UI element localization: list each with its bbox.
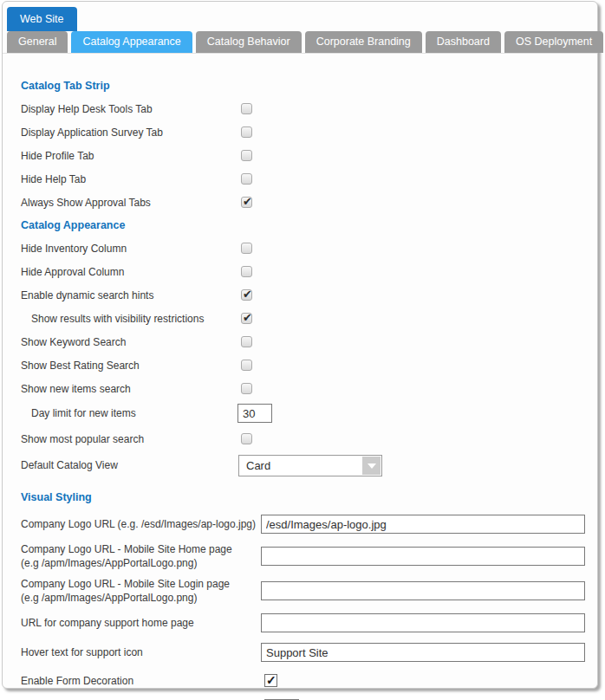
setting-row: Show Best Rating Search bbox=[3, 353, 595, 377]
setting-label: Company Logo URL - Mobile Site Home page… bbox=[21, 542, 257, 570]
setting-row: Company Logo URL (e.g. /esd/Images/ap-lo… bbox=[3, 509, 595, 539]
hide-approval-column-checkbox[interactable] bbox=[241, 266, 252, 277]
setting-row: Splitter Height Offset bbox=[3, 695, 595, 700]
tab-os-deployment[interactable]: OS Deployment bbox=[504, 31, 603, 53]
day-limit-new-items-input[interactable] bbox=[237, 404, 272, 423]
company-logo-url-input[interactable] bbox=[261, 515, 585, 534]
tab-general[interactable]: General bbox=[7, 31, 68, 53]
setting-label: Always Show Approval Tabs bbox=[21, 197, 151, 209]
setting-row: Hide Help Tab bbox=[3, 167, 595, 191]
mobile-home-logo-url-input[interactable] bbox=[261, 547, 585, 566]
setting-label: Company Logo URL (e.g. /esd/Images/ap-lo… bbox=[21, 518, 256, 530]
show-results-visibility-restrictions-checkbox[interactable] bbox=[241, 313, 252, 324]
setting-label: Company Logo URL - Mobile Site Login pag… bbox=[21, 577, 257, 605]
show-most-popular-search-checkbox[interactable] bbox=[241, 433, 252, 444]
setting-label: Day limit for new items bbox=[31, 407, 136, 419]
setting-label: Hover text for support icon bbox=[21, 646, 143, 658]
settings-content: Catalog Tab Strip Display Help Desk Tool… bbox=[3, 54, 595, 700]
display-application-survey-tab-checkbox[interactable] bbox=[241, 126, 252, 138]
setting-label: Enable dynamic search hints bbox=[21, 289, 153, 301]
hide-profile-tab-checkbox[interactable] bbox=[241, 150, 252, 161]
setting-label: Hide Help Tab bbox=[21, 173, 86, 185]
setting-row: Show new items search bbox=[3, 377, 595, 400]
section-heading-catalog-appearance: Catalog Appearance bbox=[3, 214, 595, 237]
tab-catalog-behavior[interactable]: Catalog Behavior bbox=[196, 31, 302, 53]
setting-row: Company Logo URL - Mobile Site Login pag… bbox=[3, 574, 595, 608]
tab-web-site[interactable]: Web Site bbox=[7, 7, 77, 31]
setting-label: Default Catalog View bbox=[21, 459, 118, 471]
setting-row: Enable dynamic search hints bbox=[3, 283, 595, 307]
support-hover-text-input[interactable] bbox=[261, 643, 585, 662]
setting-label: Show new items search bbox=[21, 383, 131, 395]
setting-label: Enable Form Decoration bbox=[21, 675, 133, 687]
show-best-rating-search-checkbox[interactable] bbox=[241, 360, 252, 371]
setting-label: Show Keyword Search bbox=[21, 336, 126, 348]
setting-label: URL for company support home page bbox=[21, 617, 194, 629]
setting-label: Display Help Desk Tools Tab bbox=[21, 103, 153, 115]
setting-row: Show results with visibility restriction… bbox=[3, 307, 595, 330]
show-keyword-search-checkbox[interactable] bbox=[241, 336, 252, 347]
setting-label: Show Best Rating Search bbox=[21, 360, 140, 372]
tab-strip: General Catalog Appearance Catalog Behav… bbox=[3, 31, 597, 54]
setting-label: Hide Profile Tab bbox=[21, 150, 94, 162]
tab-dashboard[interactable]: Dashboard bbox=[426, 31, 501, 53]
default-catalog-view-select[interactable]: Card bbox=[238, 455, 382, 476]
tab-catalog-appearance[interactable]: Catalog Appearance bbox=[71, 31, 192, 53]
default-catalog-view-value: Card bbox=[246, 456, 270, 476]
show-new-items-search-checkbox[interactable] bbox=[241, 383, 252, 394]
support-home-url-input[interactable] bbox=[261, 613, 585, 632]
setting-row: Always Show Approval Tabs bbox=[3, 191, 595, 214]
setting-label: Hide Inventory Column bbox=[21, 243, 127, 255]
setting-label: Show most popular search bbox=[21, 433, 144, 445]
section-heading-catalog-tab-strip: Catalog Tab Strip bbox=[3, 75, 595, 97]
section-heading-visual-styling: Visual Styling bbox=[3, 485, 595, 509]
display-help-desk-tools-tab-checkbox[interactable] bbox=[241, 103, 252, 114]
chevron-down-icon[interactable] bbox=[362, 457, 381, 475]
setting-row: Company Logo URL - Mobile Site Home page… bbox=[3, 539, 595, 574]
setting-row: Hide Inventory Column bbox=[3, 237, 595, 260]
setting-row: Display Help Desk Tools Tab bbox=[3, 97, 595, 120]
setting-row: Default Catalog View Card bbox=[3, 451, 595, 478]
tab-corporate-branding[interactable]: Corporate Branding bbox=[305, 31, 422, 53]
setting-row: Enable Form Decoration bbox=[3, 667, 595, 695]
setting-row: Hide Approval Column bbox=[3, 260, 595, 283]
setting-row: Day limit for new items bbox=[3, 400, 595, 426]
always-show-approval-tabs-checkbox[interactable] bbox=[241, 197, 252, 208]
hide-inventory-column-checkbox[interactable] bbox=[241, 243, 252, 254]
setting-label: Show results with visibility restriction… bbox=[31, 313, 204, 325]
setting-row: Hide Profile Tab bbox=[3, 144, 595, 167]
enable-form-decoration-checkbox[interactable] bbox=[264, 674, 277, 687]
setting-label: Hide Approval Column bbox=[21, 266, 124, 278]
mobile-login-logo-url-input[interactable] bbox=[261, 581, 585, 600]
setting-row: Show Keyword Search bbox=[3, 330, 595, 353]
settings-panel: Web Site General Catalog Appearance Cata… bbox=[2, 1, 598, 689]
setting-row: URL for company support home page bbox=[3, 608, 595, 638]
setting-row: Show most popular search bbox=[3, 426, 595, 451]
hide-help-tab-checkbox[interactable] bbox=[241, 173, 252, 185]
enable-dynamic-search-hints-checkbox[interactable] bbox=[241, 289, 252, 301]
setting-row: Display Application Survey Tab bbox=[3, 120, 595, 144]
setting-label: Display Application Survey Tab bbox=[21, 126, 163, 139]
setting-row: Hover text for support icon bbox=[3, 638, 595, 667]
